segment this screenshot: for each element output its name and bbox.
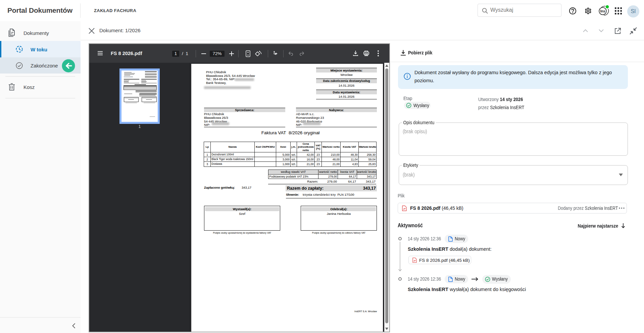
svg-text:Ins: Ins (600, 9, 605, 13)
